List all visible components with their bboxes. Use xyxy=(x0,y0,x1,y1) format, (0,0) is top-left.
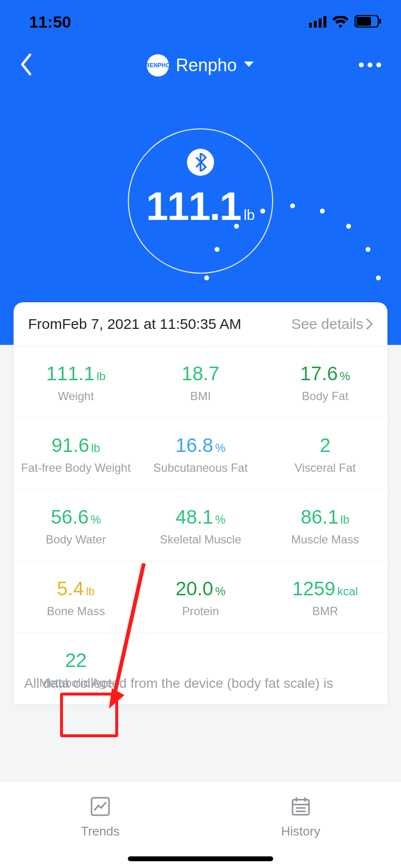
tab-bar: Trends History xyxy=(0,781,401,868)
metric-label: Body Fat xyxy=(268,389,383,403)
back-button[interactable] xyxy=(19,53,33,78)
status-bar: 11:50 xyxy=(0,0,401,34)
svg-point-9 xyxy=(376,62,381,67)
metric-unit: lb xyxy=(86,585,95,598)
svg-point-8 xyxy=(368,62,372,67)
dial-tick xyxy=(215,247,219,252)
dial-tick xyxy=(204,276,209,280)
metric-label: BMR xyxy=(268,604,383,618)
tab-trends-label: Trends xyxy=(81,824,120,839)
tab-history-label: History xyxy=(281,824,321,839)
metric-label: Fat-free Body Weight xyxy=(18,461,133,475)
metric-cell[interactable]: 86.1lbMuscle Mass xyxy=(263,490,387,561)
profile-selector[interactable]: RENPHO Renpho xyxy=(147,54,254,77)
metric-cell[interactable]: 20.0%Protein xyxy=(138,561,262,633)
status-time: 11:50 xyxy=(29,13,71,31)
metric-value: 56.6 xyxy=(51,506,89,528)
weight-dial: 111.1 lb xyxy=(108,109,293,293)
dial-tick xyxy=(376,276,381,280)
weight-value: 111.1 xyxy=(146,184,241,229)
svg-rect-5 xyxy=(356,17,371,26)
hero-panel: 11:50 RENPHO Renpho xyxy=(0,0,401,345)
measurement-timestamp: FromFeb 7, 2021 at 11:50:35 AM xyxy=(28,316,241,332)
metric-value: 22 xyxy=(65,650,87,671)
svg-rect-6 xyxy=(379,19,381,24)
metric-value: 48.1 xyxy=(175,506,213,528)
metric-value: 91.6 xyxy=(51,434,89,456)
dial-tick xyxy=(320,209,325,214)
metric-label: Muscle Mass xyxy=(268,533,383,546)
dial-tick xyxy=(346,224,351,229)
metric-value: 17.6 xyxy=(300,363,338,385)
metric-unit: % xyxy=(215,441,225,455)
trends-icon xyxy=(90,796,111,819)
metric-cell[interactable]: 18.7BMI xyxy=(138,346,262,418)
metric-value: 2 xyxy=(320,434,330,456)
dial-tick xyxy=(260,209,265,214)
metric-unit: % xyxy=(340,370,350,383)
svg-point-7 xyxy=(359,62,364,67)
svg-rect-2 xyxy=(319,18,322,28)
metric-cell[interactable]: 17.6%Body Fat xyxy=(263,346,387,418)
card-header[interactable]: FromFeb 7, 2021 at 11:50:35 AM See detai… xyxy=(14,302,387,346)
metric-unit: % xyxy=(215,513,225,527)
metric-label: Visceral Fat xyxy=(268,461,383,475)
profile-name: Renpho xyxy=(176,55,237,76)
metric-label: BMI xyxy=(143,389,258,403)
metric-value: 111.1 xyxy=(46,363,94,385)
weight-unit: lb xyxy=(244,207,255,223)
battery-icon xyxy=(355,13,382,31)
wifi-icon xyxy=(332,13,349,31)
more-button[interactable] xyxy=(358,61,382,70)
nav-bar: RENPHO Renpho xyxy=(0,34,401,82)
metric-cell[interactable]: 56.6%Body Water xyxy=(14,490,138,561)
metric-value: 1259 xyxy=(292,578,335,600)
metric-cell[interactable]: 2Visceral Fat xyxy=(263,418,387,490)
metric-value: 86.1 xyxy=(301,506,339,528)
dial-tick xyxy=(366,247,370,252)
cellular-icon xyxy=(309,13,326,31)
metric-cell[interactable]: 5.4lbBone Mass xyxy=(14,561,138,633)
metric-unit: % xyxy=(91,513,101,527)
metric-label: Bone Mass xyxy=(18,604,133,618)
calendar-icon xyxy=(290,796,311,819)
data-source-footnote: All data collected from the device (body… xyxy=(24,676,377,691)
status-right xyxy=(309,13,382,31)
metric-cell[interactable]: 91.6lbFat-free Body Weight xyxy=(14,418,138,490)
metric-label: Skeletal Muscle xyxy=(143,533,258,546)
caret-down-icon xyxy=(244,61,254,70)
svg-rect-0 xyxy=(309,23,312,28)
home-indicator[interactable] xyxy=(128,856,273,861)
weight-readout: 111.1 lb xyxy=(146,184,255,229)
tab-history[interactable]: History xyxy=(200,781,401,868)
metric-unit: kcal xyxy=(337,585,358,598)
metric-value: 16.8 xyxy=(175,434,213,456)
svg-rect-3 xyxy=(324,16,326,28)
brand-logo: RENPHO xyxy=(147,54,169,77)
tab-trends[interactable]: Trends xyxy=(0,781,200,868)
dial-tick xyxy=(290,203,295,208)
svg-rect-1 xyxy=(314,21,317,28)
metric-label: Protein xyxy=(143,604,258,618)
metric-value: 5.4 xyxy=(57,578,84,600)
metric-label: Weight xyxy=(18,389,133,403)
metric-unit: lb xyxy=(91,441,100,455)
see-details-link[interactable]: See details xyxy=(292,316,373,332)
metric-cell[interactable]: 1259kcalBMR xyxy=(263,561,387,633)
metric-unit: lb xyxy=(96,370,106,383)
metric-cell[interactable]: 111.1lbWeight xyxy=(14,346,138,418)
bluetooth-icon xyxy=(187,149,214,176)
metric-cell[interactable]: 48.1%Skeletal Muscle xyxy=(138,490,262,561)
metric-cell[interactable]: 16.8%Subcutaneous Fat xyxy=(138,418,262,490)
metric-cell[interactable]: 22Metabolic Age xyxy=(14,633,138,704)
metric-unit: lb xyxy=(340,513,350,527)
metric-grid: 111.1lbWeight18.7BMI17.6%Body Fat91.6lbF… xyxy=(14,346,387,704)
metric-label: Body Water xyxy=(18,533,133,546)
metric-value: 20.0 xyxy=(175,578,213,600)
metric-label: Subcutaneous Fat xyxy=(143,461,258,475)
metric-value: 18.7 xyxy=(182,363,219,385)
details-card: FromFeb 7, 2021 at 11:50:35 AM See detai… xyxy=(14,302,387,704)
metric-unit: % xyxy=(215,585,225,598)
